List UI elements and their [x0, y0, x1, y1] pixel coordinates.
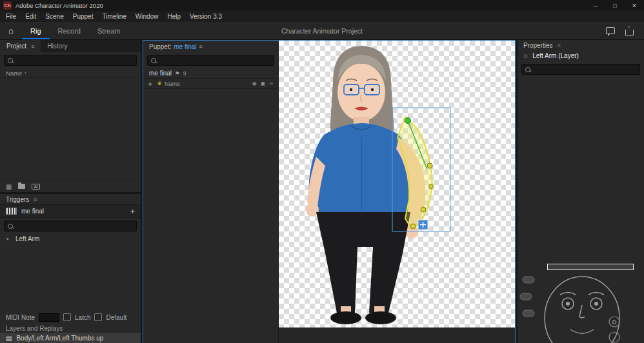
menu-item-puppet[interactable]: Puppet — [68, 13, 98, 20]
search-icon — [8, 58, 13, 63]
default-label: Default — [106, 314, 126, 321]
home-icon[interactable]: ⌂ — [0, 22, 22, 39]
tab-stream[interactable]: Stream — [89, 22, 128, 39]
menu-item-version-3-3[interactable]: Version 3.3 — [185, 13, 226, 20]
flag-icon: ⚑ — [175, 70, 180, 77]
puppet-canvas[interactable] — [279, 41, 515, 328]
share-export-icon[interactable] — [625, 30, 634, 35]
menu-item-help[interactable]: Help — [163, 13, 185, 20]
trigger-set-row[interactable]: me final + — [0, 204, 141, 218]
trigger-group-row[interactable]: ▾ Left Arm — [0, 234, 141, 244]
tab-history[interactable]: History — [41, 40, 74, 52]
triggers-header: Triggers ≡ — [0, 194, 141, 204]
project-column-header[interactable]: Name ↑ — [0, 68, 141, 78]
menu-item-file[interactable]: File — [1, 13, 21, 20]
menu-item-scene[interactable]: Scene — [41, 13, 68, 20]
tree-header-icons: ◉ ▣ ∞ — [252, 81, 276, 86]
grid-view-icon[interactable]: ▦ — [6, 183, 12, 190]
menubar: FileEditScenePuppetTimelineWindowHelpVer… — [0, 11, 644, 22]
handle-column-icon[interactable]: ∞ — [269, 81, 273, 86]
canvas-toolbar — [279, 328, 515, 343]
panel-menu-icon[interactable]: ≡ — [34, 196, 37, 202]
topbar-actions — [606, 22, 644, 39]
tab-label: History — [47, 43, 67, 50]
search-icon — [525, 67, 530, 72]
tag-tooltip — [547, 264, 634, 270]
project-search-input[interactable] — [4, 55, 137, 66]
chevron-down-icon[interactable]: ▾ — [6, 237, 12, 242]
puppet-tree-rows — [143, 89, 278, 343]
midi-note-label: MIDI Note — [6, 314, 35, 321]
camera-column-icon[interactable]: ▣ — [261, 81, 266, 86]
triggers-empty-area[interactable] — [0, 244, 141, 311]
midi-note-input[interactable] — [39, 313, 59, 322]
layers-icon: ▤ — [6, 335, 12, 342]
sort-asc-icon: ↑ — [24, 70, 26, 76]
tag-badge-d: D — [612, 319, 617, 326]
menu-item-timeline[interactable]: Timeline — [97, 13, 130, 20]
canvas-column — [279, 41, 515, 343]
default-checkbox[interactable] — [94, 313, 102, 321]
menu-item-edit[interactable]: Edit — [21, 13, 41, 20]
feedback-bubble-icon[interactable] — [606, 27, 615, 34]
tree-column-header: ◉ ♛ Name ◉ ▣ ∞ — [143, 78, 278, 89]
triggers-search-input[interactable] — [4, 220, 137, 231]
app-logo-icon: Ch — [3, 1, 12, 10]
properties-search-input[interactable] — [521, 64, 640, 75]
puppet-workspace-panel: Puppet: me final ≡ me final ⚑ 9 ◉ ♛ Name — [143, 40, 516, 343]
illustrator-badge-icon[interactable]: Ai — [32, 184, 39, 190]
tags-section-body: D — [518, 77, 644, 343]
menu-item-window[interactable]: Window — [131, 13, 163, 20]
latch-checkbox[interactable] — [63, 313, 71, 321]
breadcrumb-path: Body/Left Arm/Left Thumbs up — [16, 335, 103, 342]
warning-count-badge: 9 — [183, 70, 186, 77]
puppet-tree-panel: Puppet: me final ≡ me final ⚑ 9 ◉ ♛ Name — [143, 41, 279, 343]
panel-menu-icon[interactable]: ≡ — [199, 43, 203, 50]
topbar: ⌂ RigRecordStream Character Animator Pro… — [0, 22, 644, 40]
app-window: Ch Adobe Character Animator 2020 ─ □ ✕ F… — [0, 0, 644, 343]
latch-label: Latch — [75, 314, 90, 321]
minimize-button[interactable]: ─ — [586, 0, 605, 11]
project-footer: ▦ Ai — [0, 180, 141, 192]
visibility-eye-icon[interactable]: ◉ — [146, 81, 154, 86]
trigger-group-label: Left Arm — [15, 235, 39, 242]
new-folder-icon[interactable] — [18, 184, 25, 189]
left-column: Project≡History Name ↑ ▦ Ai Trig — [0, 40, 141, 343]
selected-layer-title-row: ☺ Left Arm (Layer) — [518, 50, 644, 61]
tags-face-diagram[interactable]: D — [518, 265, 644, 343]
layers-replays-label: Layers and Replays — [0, 324, 141, 333]
keyboard-icon — [6, 208, 17, 215]
window-title: Adobe Character Animator 2020 — [15, 2, 103, 9]
trigger-set-name: me final — [21, 208, 44, 215]
close-button[interactable]: ✕ — [625, 0, 644, 11]
add-handle-button[interactable] — [418, 220, 428, 230]
puppet-name[interactable]: me final — [174, 43, 196, 50]
record-column-icon[interactable]: ◉ — [252, 81, 257, 86]
search-icon — [8, 224, 13, 229]
properties-panel: Properties ≡ ☺ Left Arm (Layer) — [518, 40, 644, 343]
tab-label: Project — [6, 43, 26, 50]
add-trigger-button[interactable]: + — [130, 207, 135, 216]
maximize-button[interactable]: □ — [605, 0, 625, 11]
crown-icon: ♛ — [156, 81, 163, 86]
triggers-title: Triggers — [6, 196, 29, 203]
tab-record[interactable]: Record — [50, 22, 89, 39]
puppet-root-label: me final — [149, 70, 172, 77]
tree-name-label: Name — [165, 81, 180, 87]
puppet-search-input[interactable] — [147, 55, 274, 66]
mode-tabs: RigRecordStream — [22, 22, 128, 39]
panel-menu-icon[interactable]: ≡ — [31, 43, 34, 50]
breadcrumb[interactable]: ▤ Body/Left Arm/Left Thumbs up — [0, 333, 141, 343]
triggers-panel: Triggers ≡ me final + ▾ Left Arm — [0, 194, 141, 343]
tab-project[interactable]: Project≡ — [0, 40, 41, 52]
panel-menu-icon[interactable]: ≡ — [558, 42, 561, 48]
main-area: Project≡History Name ↑ ▦ Ai Trig — [0, 40, 644, 343]
character-figure — [306, 46, 425, 324]
puppet-icon: ☺ — [523, 53, 528, 59]
tab-rig[interactable]: Rig — [22, 22, 50, 39]
project-empty-area[interactable] — [0, 78, 141, 180]
properties-header: Properties ≡ — [518, 40, 644, 50]
search-icon — [151, 58, 156, 63]
properties-title: Properties — [523, 42, 553, 49]
puppet-root-row[interactable]: me final ⚑ 9 — [143, 68, 278, 78]
